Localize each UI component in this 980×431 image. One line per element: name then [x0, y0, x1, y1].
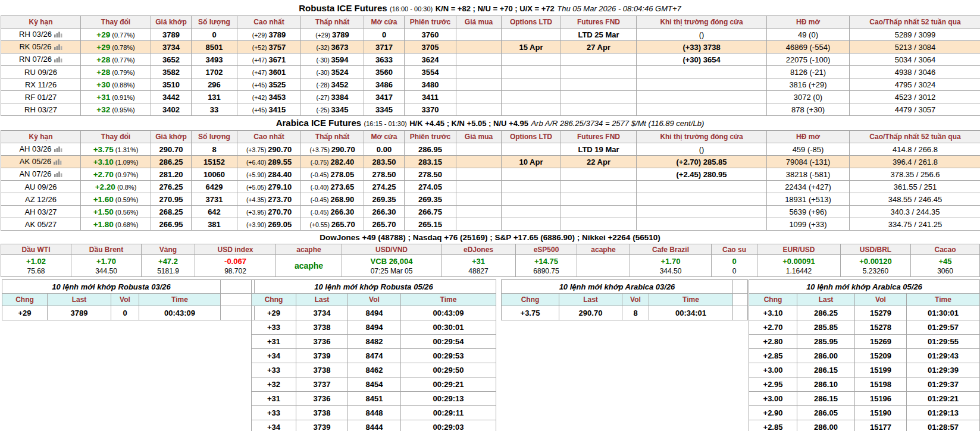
cell-52w-high-low: 361.55 / 251	[850, 181, 980, 193]
cell-volume: 8501	[192, 41, 237, 54]
cell-volume: 8462	[348, 363, 401, 377]
futures-row[interactable]: AH 03/27+1.50 (0.56%)268.25642(+3.95) 27…	[1, 206, 980, 218]
cell-market-close	[637, 103, 767, 116]
cell-time: 00:29:11	[401, 406, 496, 420]
trade-row: +323737845400:29:21	[252, 377, 496, 392]
cell-open: 283.50	[364, 156, 405, 168]
cell-52w-high-low: 5289 / 3099	[850, 29, 980, 41]
cell-change: +31	[252, 392, 296, 406]
futures-row[interactable]: RN 07/26+28 (0.77%)36523493(+47) 3671(-3…	[1, 54, 980, 66]
cell-52w-high-low: 414.8 / 266.8	[850, 143, 980, 156]
cell-last: 290.70	[151, 143, 192, 156]
futures-row[interactable]: AK 05/26+3.10 (1.09%)286.2515152(+6.40) …	[1, 156, 980, 168]
bar-chart-icon[interactable]	[54, 170, 62, 179]
cell-bid	[456, 78, 502, 91]
trades-column-header: Time	[907, 294, 980, 306]
bar-chart-icon[interactable]	[54, 43, 62, 52]
cell-futures-fnd	[561, 91, 637, 103]
cell-prev-session: 3554	[405, 66, 456, 78]
column-header: Cao nhất	[237, 16, 301, 29]
futures-row[interactable]: AZ 12/26+1.60 (0.59%)270.953731(+4.35) 2…	[1, 193, 980, 206]
futures-row[interactable]: RX 11/26+30 (0.88%)3510296(+45) 3525(-28…	[1, 78, 980, 91]
column-header: HĐ mở	[767, 131, 850, 143]
cell-options-ltd	[502, 168, 561, 181]
cell-options-ltd: 10 Apr	[502, 156, 561, 168]
market-summary-table: Dầu WTIDầu BrentVàngUSD indexacapheUSD/V…	[1, 244, 980, 277]
cell-open-interest: 3072 (0)	[767, 91, 850, 103]
bar-chart-icon[interactable]	[54, 158, 62, 166]
futures-row[interactable]: RH 03/27+32 (0.95%)340233(+45) 3415(-25)…	[1, 103, 980, 116]
trades-header-row: ChngLastVolTime	[252, 294, 496, 306]
bar-chart-icon[interactable]	[54, 55, 62, 64]
cell-volume: 3731	[192, 193, 237, 206]
cell-bid	[456, 156, 502, 168]
column-header: Số lượng	[192, 131, 237, 143]
cell-market-close: (+33) 3738	[637, 41, 767, 54]
trade-row: +333738844800:29:11	[252, 406, 496, 420]
cell-52w-high-low: 5034 / 3064	[850, 54, 980, 66]
cell-open-interest: 18931 (+513)	[767, 193, 850, 206]
cell-open: 269.35	[364, 193, 405, 206]
cell-term: RU 09/26	[1, 66, 81, 78]
cell-low: (-30) 3524	[301, 66, 364, 78]
cell-time: 01:29:57	[907, 320, 980, 335]
cell-change: +29 (0.77%)	[81, 29, 151, 41]
cell-last: 286.00	[797, 349, 855, 363]
market-values-row: +1.0275.68+1.70344.50+47.25181.9-0.06798…	[1, 255, 980, 277]
cell-options-ltd: 15 Apr	[502, 41, 561, 54]
futures-row[interactable]: RU 09/26+28 (0.79%)35821702(+47) 3601(-3…	[1, 66, 980, 78]
cell-prev-session: 274.05	[405, 181, 456, 193]
cell-high: (+4.35) 273.70	[237, 193, 301, 206]
cell-change: +3.00	[749, 392, 797, 406]
column-header: Giá khớp	[151, 16, 192, 29]
cell-term: RN 07/26	[1, 54, 81, 66]
trades-table-title: 10 lệnh mới khớp Arabica 05/26	[749, 280, 980, 294]
trades-column-header: Chng	[252, 294, 296, 306]
cell-last: 3739	[296, 420, 348, 431]
cell-open: 3717	[364, 41, 405, 54]
cell-last: 3738	[296, 320, 348, 335]
cell-high: (+29) 3789	[237, 29, 301, 41]
cell-change: +3.00	[749, 363, 797, 377]
cell-time: 01:30:01	[907, 306, 980, 320]
futures-row[interactable]: AH 03/26+3.75 (1.31%)290.708(+3.75) 290.…	[1, 143, 980, 156]
cell-last: 285.85	[797, 320, 855, 335]
futures-row[interactable]: AU 09/26+2.20 (0.8%)276.256429(+5.05) 27…	[1, 181, 980, 193]
market-value-cell: -0.06798.702	[195, 255, 276, 277]
bar-chart-icon[interactable]	[54, 30, 62, 39]
market-value-cell: +14.756890.75	[516, 255, 577, 277]
futures-row[interactable]: RF 01/27+31 (0.91%)3442131(+42) 3453(-27…	[1, 91, 980, 103]
trade-row: +333738849400:30:01	[252, 320, 496, 335]
recent-trades-table: 10 lệnh mới khớp Arabica 03/26ChngLastVo…	[501, 279, 748, 320]
cell-volume: 8482	[348, 335, 401, 349]
trade-row: +2.90286.051519001:29:13	[749, 406, 980, 420]
market-value-cell: +1.70344.50	[630, 255, 712, 277]
trades-column-header: Time	[649, 294, 733, 306]
cell-futures-fnd	[561, 218, 637, 231]
market-level-value: 07:25 Mar 05	[343, 266, 440, 276]
bar-chart-icon[interactable]	[54, 145, 62, 154]
robusta-title-name: Robusta ICE Futures	[299, 3, 387, 13]
market-level-value: 344.50	[631, 266, 710, 276]
cell-change: +29 (0.78%)	[81, 41, 151, 54]
cell-change: +3.75 (1.31%)	[81, 143, 151, 156]
recent-trades-table: 10 lệnh mới khớp Robusta 03/26ChngLastVo…	[2, 279, 255, 320]
futures-row[interactable]: RH 03/26+29 (0.77%)37890(+29) 3789(+29) …	[1, 29, 980, 41]
trades-column-header: Time	[139, 294, 221, 306]
cell-change: +31 (0.91%)	[81, 91, 151, 103]
futures-row[interactable]: RK 05/26+29 (0.78%)37348501(+52) 3757(-3…	[1, 41, 980, 54]
market-level-value: 75.68	[2, 266, 70, 276]
cell-low: (-0.45) 268.90	[301, 193, 364, 206]
cell-open-interest: 878 (+30)	[767, 103, 850, 116]
recent-trades-section: 10 lệnh mới khớp Robusta 03/26ChngLastVo…	[0, 279, 980, 431]
futures-row[interactable]: AK 05/27+1.80 (0.68%)266.95381(+3.90) 26…	[1, 218, 980, 231]
trade-row: +2.85286.001517701:28:57	[749, 420, 980, 431]
cell-last: 3582	[151, 66, 192, 78]
futures-row[interactable]: AN 07/26+2.70 (0.97%)281.2010060(+5.90) …	[1, 168, 980, 181]
market-level-value: 6890.75	[517, 266, 575, 276]
market-change-value: +0.00091	[759, 256, 839, 266]
cell-change: +2.80	[749, 335, 797, 349]
trade-row: +2.70285.851527801:29:57	[749, 320, 980, 335]
cell-bid	[456, 206, 502, 218]
cell-last: 285.95	[797, 335, 855, 349]
